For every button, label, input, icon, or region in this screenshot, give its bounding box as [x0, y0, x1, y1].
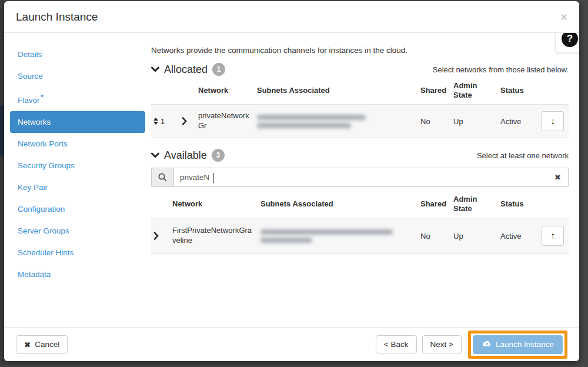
col-admin-state: Admin State — [453, 81, 487, 101]
allocated-section-header: Allocated 1 Select networks from those l… — [151, 63, 569, 76]
available-section-header: Available 3 Select at least one network — [151, 149, 569, 162]
annotation-highlight: Launch Instance — [468, 331, 567, 359]
col-admin-state: Admin State — [453, 195, 487, 214]
required-asterisk: * — [41, 94, 44, 101]
modal-header: Launch Instance × — [4, 1, 579, 33]
page-backdrop — [0, 0, 4, 367]
allocated-count-badge: 1 — [212, 63, 225, 76]
network-name: FirstPrivateNetworkGraveline — [172, 226, 260, 246]
modal-title: Launch Instance — [16, 11, 98, 24]
allocated-title: Allocated — [164, 64, 208, 76]
row-order: 1 — [161, 117, 165, 126]
help-icon: ? — [562, 33, 578, 47]
nav-item-configuration[interactable]: Configuration — [10, 198, 145, 220]
allocate-network-button[interactable]: ↑ — [542, 226, 564, 246]
back-button[interactable]: < Back — [376, 335, 417, 353]
wizard-nav: Details Source Flavor* Networks Network … — [4, 33, 151, 327]
modal-footer: ✖ Cancel < Back Next > Launch Instance — [4, 327, 579, 361]
nav-item-security-groups[interactable]: Security Groups — [10, 155, 145, 176]
admin-state-value: Up — [453, 117, 500, 126]
networks-step-content: ? Networks provide the communication cha… — [151, 33, 579, 327]
col-shared: Shared — [420, 86, 453, 95]
chevron-down-icon[interactable] — [151, 152, 159, 158]
nav-item-scheduler-hints[interactable]: Scheduler Hints — [10, 242, 145, 263]
search-icon — [152, 168, 174, 186]
allocated-table-header: Network Subnets Associated Shared Admin … — [151, 77, 569, 104]
available-count-badge: 3 — [212, 149, 225, 162]
search-input[interactable] — [174, 168, 547, 186]
chevron-down-icon[interactable] — [151, 66, 159, 72]
col-subnets: Subnets Associated — [257, 86, 420, 95]
available-table: Network Subnets Associated Shared Admin … — [151, 191, 569, 254]
nav-item-source[interactable]: Source — [10, 65, 145, 87]
deallocate-network-button[interactable]: ↓ — [542, 111, 564, 131]
subnets-redacted — [260, 226, 420, 246]
nav-item-networks[interactable]: Networks — [10, 111, 145, 133]
network-search-box: ✖ — [151, 168, 569, 187]
nav-item-key-pair[interactable]: Key Pair — [10, 176, 145, 198]
available-hint: Select at least one network — [477, 151, 569, 160]
subnets-redacted — [257, 112, 420, 131]
launch-instance-modal: Launch Instance × Details Source Flavor*… — [4, 1, 579, 361]
sort-icon — [153, 118, 158, 125]
close-icon[interactable]: × — [560, 11, 567, 23]
col-subnets: Subnets Associated — [260, 199, 420, 209]
nav-item-metadata[interactable]: Metadata — [10, 263, 145, 285]
launch-instance-button[interactable]: Launch Instance — [473, 335, 563, 354]
network-name: privateNetworkGr — [198, 111, 257, 131]
shared-value: No — [420, 232, 453, 241]
admin-state-value: Up — [453, 232, 500, 241]
chevron-right-icon[interactable] — [177, 117, 198, 125]
allocated-row: 1 privateNetworkGr No Up Active ↓ — [151, 104, 569, 138]
cancel-button[interactable]: ✖ Cancel — [16, 335, 68, 354]
col-network: Network — [198, 86, 257, 95]
chevron-right-icon[interactable] — [151, 232, 172, 240]
text-cursor — [213, 173, 214, 183]
col-status: Status — [500, 199, 542, 209]
cloud-upload-icon — [482, 340, 492, 349]
available-title: Available — [164, 149, 207, 162]
modal-body: Details Source Flavor* Networks Network … — [4, 33, 579, 327]
col-status: Status — [500, 86, 542, 95]
shared-value: No — [420, 117, 453, 126]
wizard-buttons: < Back Next > Launch Instance — [376, 331, 567, 359]
drag-sort-handle[interactable]: 1 — [151, 117, 177, 126]
help-button[interactable]: ? — [556, 33, 579, 53]
arrow-up-icon: ↑ — [550, 231, 555, 241]
step-description: Networks provide the communication chann… — [151, 46, 569, 55]
next-button[interactable]: Next > — [422, 335, 462, 353]
nav-item-flavor[interactable]: Flavor* — [10, 87, 145, 111]
available-table-header: Network Subnets Associated Shared Admin … — [151, 191, 569, 218]
nav-item-network-ports[interactable]: Network Ports — [10, 133, 145, 155]
status-value: Active — [500, 232, 542, 241]
clear-search-icon[interactable]: ✖ — [547, 168, 568, 186]
allocated-table: Network Subnets Associated Shared Admin … — [151, 77, 569, 138]
col-shared: Shared — [420, 199, 453, 209]
arrow-down-icon: ↓ — [550, 116, 555, 126]
status-value: Active — [500, 117, 542, 126]
x-icon: ✖ — [24, 340, 31, 349]
available-row: FirstPrivateNetworkGraveline No Up Activ… — [151, 218, 569, 254]
nav-item-server-groups[interactable]: Server Groups — [10, 220, 145, 242]
nav-item-details[interactable]: Details — [10, 44, 145, 65]
background-sidebar-fragment — [0, 105, 4, 156]
col-network: Network — [172, 199, 260, 209]
allocated-hint: Select networks from those listed below. — [433, 65, 569, 74]
